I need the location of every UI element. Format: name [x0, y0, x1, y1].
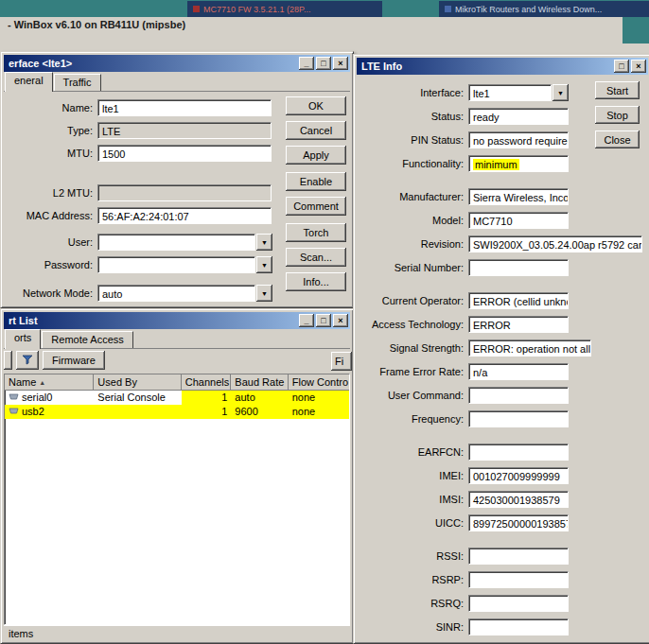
port-table-header: Name ▲ Used By Channels Baud Rate Flow C…	[5, 374, 349, 391]
user-command-label: User Command:	[357, 390, 468, 401]
port-list-window: rt List _ □ × orts Remote Access Firmwar…	[0, 308, 354, 644]
comment-button[interactable]: Comment	[286, 197, 346, 216]
chevron-down-icon[interactable]: ▼	[553, 84, 569, 101]
funnel-icon	[22, 354, 33, 367]
type-field: LTE	[97, 122, 272, 139]
chevron-down-icon[interactable]: ▼	[256, 256, 272, 273]
enable-button[interactable]: Enable	[286, 172, 346, 191]
column-header-flow-control[interactable]: Flow Contro	[289, 374, 349, 390]
maximize-icon[interactable]: □	[316, 57, 331, 70]
browser-tab-2[interactable]: MikroTik Routers and Wireless Down...	[439, 1, 649, 17]
start-button[interactable]: Start	[595, 81, 640, 99]
port-list-title: rt List	[9, 315, 297, 326]
column-header-name[interactable]: Name ▲	[5, 374, 94, 390]
torch-button[interactable]: Torch	[286, 223, 346, 242]
rsrp-field	[468, 571, 569, 588]
user-field[interactable]	[97, 234, 255, 251]
port-list-tabbar: orts Remote Access	[4, 329, 350, 349]
firmware-button[interactable]: Firmware	[43, 351, 105, 370]
interface-window-title: erface <lte1>	[9, 58, 297, 69]
mtu-field[interactable]: 1500	[97, 145, 272, 162]
cell-name: serial0	[5, 391, 94, 405]
favicon-blue	[445, 6, 451, 12]
spacer	[357, 283, 648, 292]
cell-used-by	[94, 405, 181, 419]
cell-name-text: serial0	[22, 391, 52, 405]
column-header-channels[interactable]: Channels	[182, 374, 232, 390]
status-label: Status:	[357, 111, 468, 122]
table-row-usb2[interactable]: usb2 1 9600 none	[5, 405, 349, 419]
network-mode-field[interactable]: auto	[97, 285, 255, 302]
lte-row-frequency: Frequency:	[357, 410, 648, 427]
lte-row-uicc: UICC: 89972500000193857...	[357, 514, 648, 531]
minimize-icon[interactable]: _	[299, 314, 314, 327]
port-list-titlebar[interactable]: rt List _ □ ×	[4, 312, 350, 329]
lte-row-rsrp: RSRP:	[357, 571, 648, 588]
ok-button[interactable]: OK	[286, 96, 346, 115]
cropped-toolbar-button[interactable]	[4, 351, 12, 370]
port-list-statusbar: items	[4, 625, 350, 640]
interface-window-titlebar[interactable]: erface <lte1> _ □ ×	[4, 55, 350, 72]
chevron-down-icon[interactable]: ▼	[256, 285, 272, 302]
maximize-icon[interactable]: □	[614, 60, 629, 73]
l2mtu-field	[97, 184, 272, 201]
cell-used-by: Serial Console	[94, 391, 181, 405]
cancel-button[interactable]: Cancel	[286, 121, 346, 140]
scan-button[interactable]: Scan...	[286, 248, 346, 267]
model-label: Model:	[357, 215, 468, 226]
frame-error-rate-field: n/a	[468, 363, 569, 380]
rssi-field	[468, 548, 569, 565]
screen: MC7710 FW 3.5.21.1 (28P... MikroTik Rout…	[0, 0, 649, 644]
filter-button[interactable]	[16, 351, 39, 370]
frequency-label: Frequency:	[357, 413, 468, 425]
tab-remote-access[interactable]: Remote Access	[42, 331, 132, 348]
sort-asc-icon: ▲	[39, 379, 45, 386]
password-field[interactable]	[97, 256, 255, 273]
browser-tab-1[interactable]: MC7710 FW 3.5.21.1 (28P...	[187, 1, 382, 17]
cell-name-text: usb2	[22, 405, 44, 419]
frame-error-rate-label: Frame Error Rate:	[357, 366, 468, 377]
minimize-icon[interactable]: _	[299, 57, 314, 70]
earfcn-field	[468, 444, 569, 461]
rsrq-field	[468, 595, 569, 612]
highlighted-value: minimum	[473, 159, 519, 170]
lte-row-imsi: IMSI: 425030001938579	[357, 491, 648, 508]
close-icon[interactable]: ×	[333, 57, 348, 70]
close-button[interactable]: Close	[595, 131, 640, 148]
imei-label: IMEI:	[357, 470, 468, 481]
tab-general[interactable]: eneral	[5, 72, 53, 92]
mac-address-field[interactable]: 56:AF:A2:24:01:07	[97, 207, 272, 224]
table-row-serial0[interactable]: serial0 Serial Console 1 auto none	[5, 391, 349, 405]
name-field[interactable]: lte1	[97, 99, 272, 116]
apply-button[interactable]: Apply	[286, 146, 346, 165]
browser-tab-strip: MC7710 FW 3.5.21.1 (28P... MikroTik Rout…	[0, 0, 649, 17]
model-field: MC7710	[468, 212, 569, 229]
serial-number-field	[468, 259, 569, 276]
lte-info-titlebar[interactable]: LTE Info □ ×	[357, 58, 648, 75]
maximize-icon[interactable]: □	[316, 314, 331, 327]
lte-row-rsrq: RSRQ:	[357, 595, 648, 612]
interface-select[interactable]: lte1	[468, 84, 552, 101]
signal-strength-label: Signal Strength:	[357, 342, 468, 354]
cell-baud-rate: auto	[231, 391, 288, 405]
revision-field: SWI9200X_03.05.24.00ap r5792 carmd-e	[468, 235, 642, 252]
tab-traffic[interactable]: Traffic	[54, 74, 101, 91]
user-command-field[interactable]	[468, 387, 569, 404]
signal-strength-field: ERROR: operation not allow..	[468, 339, 591, 357]
mtu-label: MTU:	[4, 148, 97, 159]
find-button[interactable]: Fi	[331, 352, 352, 371]
pin-status-field: no password required	[468, 131, 569, 148]
column-header-baud-rate[interactable]: Baud Rate	[231, 374, 288, 390]
imei-field: 001027009999999	[468, 467, 569, 484]
close-icon[interactable]: ×	[333, 314, 348, 327]
column-header-used-by[interactable]: Used By	[94, 374, 181, 390]
l2mtu-label: L2 MTU:	[4, 187, 97, 199]
status-field: ready	[468, 108, 569, 125]
info-button[interactable]: Info...	[286, 272, 346, 291]
chevron-down-icon[interactable]: ▼	[256, 234, 272, 251]
lte-row-user-command: User Command:	[357, 387, 648, 404]
close-icon[interactable]: ×	[631, 60, 646, 73]
tab-ports[interactable]: orts	[5, 329, 41, 349]
cell-channels: 1	[182, 405, 232, 419]
stop-button[interactable]: Stop	[595, 106, 640, 124]
